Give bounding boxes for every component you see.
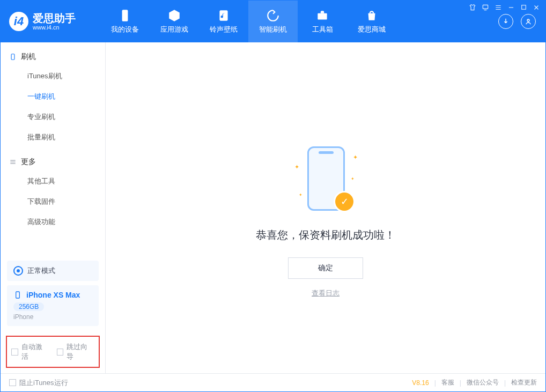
checkbox-label: 跳过向导 xyxy=(67,342,94,361)
close-icon[interactable] xyxy=(533,4,540,13)
feedback-icon[interactable] xyxy=(482,4,489,13)
view-log-link[interactable]: 查看日志 xyxy=(312,289,340,298)
checkbox-skip-guide[interactable]: 跳过向导 xyxy=(57,342,95,361)
sidebar-item-advanced[interactable]: 高级功能 xyxy=(1,212,105,232)
statusbar: 阻止iTunes运行 V8.16 | 客服 | 微信公众号 | 检查更新 xyxy=(1,373,545,391)
phone-small-icon xyxy=(13,291,22,299)
maximize-icon[interactable] xyxy=(520,4,527,13)
svg-rect-7 xyxy=(16,292,20,298)
device-type: iPhone xyxy=(13,313,92,321)
nav-label: 铃声壁纸 xyxy=(210,25,238,34)
device-name: iPhone XS Max xyxy=(26,291,80,299)
sidebar-group-more: 更多 xyxy=(1,147,105,171)
sparkle-icon: ✦ xyxy=(299,193,302,197)
sidebar-group-label: 刷机 xyxy=(21,52,36,62)
tshirt-icon[interactable] xyxy=(469,4,476,13)
checkbox-icon xyxy=(9,379,16,386)
update-link[interactable]: 检查更新 xyxy=(511,378,537,387)
checkbox-label: 自动激活 xyxy=(21,342,49,361)
nav-tab-device[interactable]: 我的设备 xyxy=(100,1,150,42)
sidebar: 刷机 iTunes刷机 一键刷机 专业刷机 批量刷机 更多 其他工具 下载固件 … xyxy=(1,42,106,373)
nav-label: 我的设备 xyxy=(111,25,139,34)
device-storage: 256GB xyxy=(13,302,44,311)
mode-dot-icon xyxy=(13,266,23,276)
version-label: V8.16 xyxy=(412,379,429,387)
phone-icon xyxy=(118,9,132,23)
nav-tab-flash[interactable]: 智能刷机 xyxy=(248,1,298,42)
app-title: 爱思助手 xyxy=(33,12,76,24)
refresh-icon xyxy=(266,9,280,23)
nav-tabs: 我的设备 应用游戏 铃声壁纸 智能刷机 工具箱 xyxy=(100,1,396,42)
sparkle-icon: ✦ xyxy=(294,164,299,171)
checkbox-label: 阻止iTunes运行 xyxy=(19,378,68,388)
svg-rect-4 xyxy=(318,13,327,20)
nav-label: 智能刷机 xyxy=(259,25,287,34)
music-icon xyxy=(217,9,231,23)
wechat-link[interactable]: 微信公众号 xyxy=(467,378,499,387)
minimize-icon[interactable] xyxy=(507,4,515,13)
sidebar-item-other[interactable]: 其他工具 xyxy=(1,171,105,191)
logo[interactable]: i4 爱思助手 www.i4.cn xyxy=(9,12,100,31)
checkbox-icon xyxy=(11,349,18,356)
download-icon xyxy=(501,17,510,26)
device-card[interactable]: iPhone XS Max 256GB iPhone xyxy=(7,285,99,326)
nav-label: 爱思商城 xyxy=(358,25,386,34)
device-icon xyxy=(9,53,17,61)
options-highlight: 自动激活 跳过向导 xyxy=(6,336,100,368)
sidebar-item-firmware[interactable]: 下载固件 xyxy=(1,191,105,212)
app-subtitle: www.i4.cn xyxy=(33,24,76,31)
user-button[interactable] xyxy=(521,14,536,29)
nav-tab-ringtone[interactable]: 铃声壁纸 xyxy=(199,1,248,42)
nav-tab-store[interactable]: 爱思商城 xyxy=(347,1,396,42)
check-badge-icon: ✓ xyxy=(335,193,353,211)
checkbox-block-itunes[interactable]: 阻止iTunes运行 xyxy=(9,378,68,388)
header-actions xyxy=(498,14,536,29)
checkbox-auto-activate[interactable]: 自动激活 xyxy=(11,342,49,361)
sidebar-item-batch[interactable]: 批量刷机 xyxy=(1,127,105,147)
sparkle-icon: ✦ xyxy=(353,154,358,161)
sparkle-icon: ✦ xyxy=(351,176,355,181)
sidebar-item-oneclick[interactable]: 一键刷机 xyxy=(1,86,105,107)
mode-label: 正常模式 xyxy=(27,266,55,276)
menu-icon[interactable] xyxy=(495,4,502,13)
sidebar-item-itunes[interactable]: iTunes刷机 xyxy=(1,66,105,86)
main-content: ✦ ✦ ✦ ✦ ✓ 恭喜您，保资料刷机成功啦！ 确定 查看日志 xyxy=(106,42,545,373)
sidebar-group-label: 更多 xyxy=(21,157,36,167)
svg-rect-2 xyxy=(122,10,128,21)
download-button[interactable] xyxy=(498,14,513,29)
list-icon xyxy=(9,158,17,166)
sidebar-item-pro[interactable]: 专业刷机 xyxy=(1,107,105,127)
titlebar: i4 爱思助手 www.i4.cn 我的设备 应用游戏 铃声壁纸 xyxy=(1,1,545,42)
support-link[interactable]: 客服 xyxy=(441,378,454,387)
sidebar-group-flash: 刷机 xyxy=(1,42,105,66)
ok-button[interactable]: 确定 xyxy=(288,257,363,279)
svg-point-5 xyxy=(527,19,529,21)
mode-indicator[interactable]: 正常模式 xyxy=(7,261,99,281)
nav-tab-toolbox[interactable]: 工具箱 xyxy=(298,1,347,42)
nav-label: 工具箱 xyxy=(312,25,333,34)
toolbox-icon xyxy=(315,9,329,23)
bag-icon xyxy=(365,9,379,23)
nav-tab-apps[interactable]: 应用游戏 xyxy=(150,1,199,42)
success-message: 恭喜您，保资料刷机成功啦！ xyxy=(256,228,395,242)
cube-icon xyxy=(167,9,181,23)
svg-rect-3 xyxy=(219,10,227,21)
window-controls-small xyxy=(469,4,540,13)
checkbox-icon xyxy=(57,349,64,356)
nav-label: 应用游戏 xyxy=(160,25,188,34)
svg-rect-0 xyxy=(483,5,488,9)
logo-icon: i4 xyxy=(9,12,28,31)
svg-rect-6 xyxy=(11,54,14,60)
user-icon xyxy=(524,17,533,26)
svg-rect-1 xyxy=(522,5,526,10)
success-illustration: ✦ ✦ ✦ ✦ ✓ xyxy=(293,144,358,214)
